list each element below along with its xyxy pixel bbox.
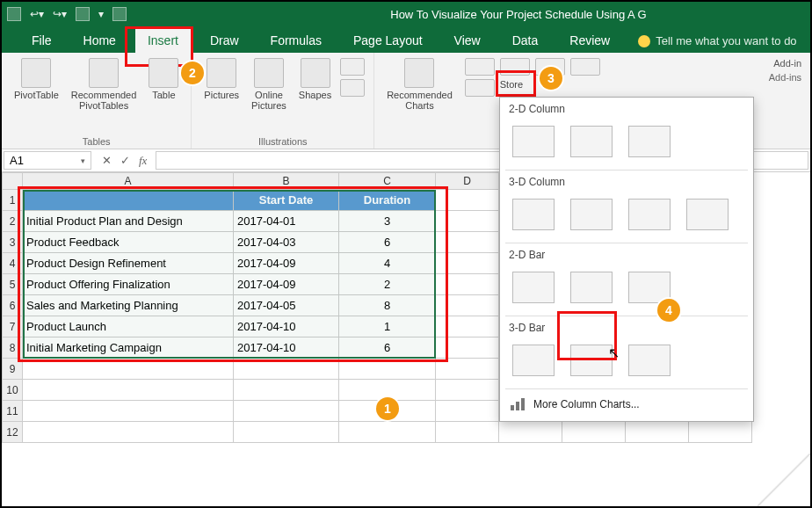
- cell[interactable]: Product Offering Finalization: [23, 274, 234, 295]
- cell[interactable]: 2017-04-05: [234, 295, 339, 316]
- cell[interactable]: [499, 422, 562, 443]
- cell[interactable]: 2017-04-03: [234, 232, 339, 253]
- cell[interactable]: [234, 401, 339, 422]
- shapes-button[interactable]: Shapes: [295, 56, 335, 112]
- pictures-button[interactable]: Pictures: [200, 56, 243, 112]
- undo-icon[interactable]: ↩▾: [30, 8, 44, 20]
- column-chart-dropdown[interactable]: [465, 58, 495, 76]
- row-head[interactable]: 5: [2, 274, 23, 295]
- store-button[interactable]: [465, 79, 495, 97]
- save-icon[interactable]: [7, 7, 21, 21]
- cell[interactable]: [689, 422, 752, 443]
- cell[interactable]: 2017-04-10: [234, 337, 339, 359]
- cell[interactable]: Initial Product Plan and Design: [23, 211, 234, 232]
- cell[interactable]: [234, 380, 339, 401]
- tab-formulas[interactable]: Formulas: [258, 28, 334, 53]
- cell[interactable]: 3: [339, 211, 436, 232]
- stacked-column-3d[interactable]: [567, 195, 616, 234]
- cell[interactable]: [436, 359, 499, 380]
- tab-review[interactable]: Review: [557, 28, 622, 53]
- fx-icon[interactable]: fx: [139, 154, 147, 168]
- cell[interactable]: [436, 380, 499, 401]
- cell[interactable]: [436, 211, 499, 232]
- cell[interactable]: [436, 401, 499, 422]
- cell[interactable]: [436, 232, 499, 253]
- cell[interactable]: Product Launch: [23, 316, 234, 337]
- cell[interactable]: [436, 295, 499, 316]
- cell[interactable]: [23, 190, 234, 211]
- cell[interactable]: [436, 316, 499, 337]
- tab-insert[interactable]: Insert: [135, 28, 191, 53]
- tab-page-layout[interactable]: Page Layout: [341, 28, 435, 53]
- cancel-icon[interactable]: ✕: [102, 154, 112, 167]
- doc-icon[interactable]: [112, 7, 127, 21]
- row-head[interactable]: 2: [2, 211, 23, 232]
- pivotchart-button[interactable]: [570, 58, 600, 76]
- cell[interactable]: 4: [339, 253, 436, 274]
- row-head[interactable]: 7: [2, 316, 23, 337]
- tell-me[interactable]: Tell me what you want to do: [629, 29, 805, 53]
- cell[interactable]: Product Feedback: [23, 232, 234, 253]
- cell[interactable]: 1: [339, 316, 436, 337]
- col-D[interactable]: D: [436, 172, 499, 190]
- row-head[interactable]: 6: [2, 295, 23, 316]
- tab-file[interactable]: File: [19, 28, 64, 53]
- column-3d[interactable]: [683, 195, 732, 234]
- smartart-icon[interactable]: [340, 58, 365, 76]
- more-column-charts[interactable]: More Column Charts...: [500, 389, 753, 421]
- select-all-corner[interactable]: [2, 172, 23, 190]
- cell[interactable]: [436, 253, 499, 274]
- stacked100-column-3d[interactable]: [625, 195, 674, 234]
- cell[interactable]: [23, 380, 234, 401]
- touch-icon[interactable]: [76, 7, 90, 21]
- row-head[interactable]: 1: [2, 190, 23, 211]
- cell[interactable]: [436, 422, 499, 443]
- cell[interactable]: 6: [339, 337, 436, 359]
- row-head[interactable]: 9: [2, 359, 23, 380]
- cell[interactable]: [23, 422, 234, 443]
- cell[interactable]: 2017-04-10: [234, 316, 339, 337]
- stacked-column-2d[interactable]: [567, 122, 616, 161]
- col-A[interactable]: A: [23, 172, 234, 190]
- clustered-column-3d[interactable]: [509, 195, 558, 234]
- tab-draw[interactable]: Draw: [198, 28, 251, 53]
- row-head[interactable]: 11: [2, 401, 23, 422]
- row-head[interactable]: 4: [2, 253, 23, 274]
- row-head[interactable]: 10: [2, 380, 23, 401]
- tab-view[interactable]: View: [442, 28, 493, 53]
- enter-icon[interactable]: ✓: [120, 154, 130, 167]
- stacked100-bar-3d[interactable]: [625, 341, 674, 380]
- cell[interactable]: [436, 190, 499, 211]
- cell[interactable]: [436, 337, 499, 359]
- stacked100-column-2d[interactable]: [625, 122, 674, 161]
- cell[interactable]: Initial Marketing Campaign: [23, 337, 234, 359]
- row-head[interactable]: 8: [2, 337, 23, 359]
- screenshot-icon[interactable]: [340, 79, 365, 97]
- stacked-bar-3d[interactable]: [567, 341, 616, 380]
- recommended-pivottables-button[interactable]: Recommended PivotTables: [68, 56, 141, 112]
- recommended-charts-button[interactable]: Recommended Charts: [383, 56, 456, 112]
- online-pictures-button[interactable]: Online Pictures: [248, 56, 290, 112]
- cell[interactable]: [339, 359, 436, 380]
- tab-home[interactable]: Home: [71, 28, 128, 53]
- pivottable-button[interactable]: PivotTable: [11, 56, 62, 112]
- row-head[interactable]: 3: [2, 232, 23, 253]
- my-addins-label[interactable]: Add-in: [773, 58, 801, 69]
- cell[interactable]: Product Design Refinement: [23, 253, 234, 274]
- qat-more-icon[interactable]: ▾: [98, 8, 104, 20]
- cell[interactable]: Sales and Marketing Planning: [23, 295, 234, 316]
- cell[interactable]: [23, 401, 234, 422]
- table-button[interactable]: Table: [145, 56, 182, 112]
- cell[interactable]: Duration: [339, 190, 436, 211]
- cell[interactable]: 2017-04-01: [234, 211, 339, 232]
- col-B[interactable]: B: [234, 172, 339, 190]
- row-head[interactable]: 12: [2, 422, 23, 443]
- cell[interactable]: Start Date: [234, 190, 339, 211]
- cell[interactable]: [562, 422, 626, 443]
- clustered-bar-3d[interactable]: [509, 341, 558, 380]
- cell[interactable]: 2017-04-09: [234, 253, 339, 274]
- cell[interactable]: [339, 422, 436, 443]
- redo-icon[interactable]: ↪▾: [53, 8, 67, 20]
- cell[interactable]: [234, 422, 339, 443]
- stacked-bar-2d[interactable]: [567, 268, 616, 307]
